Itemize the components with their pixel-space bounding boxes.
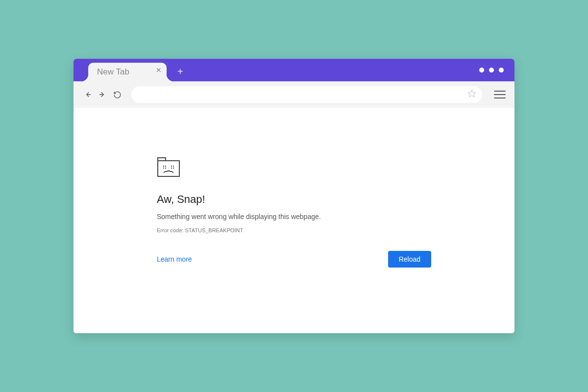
svg-rect-6 <box>165 166 166 167</box>
svg-rect-4 <box>158 158 166 161</box>
svg-rect-12 <box>173 168 174 169</box>
back-button[interactable] <box>82 89 93 100</box>
svg-rect-7 <box>163 168 164 169</box>
sad-folder-icon <box>157 157 431 179</box>
hamburger-menu-icon[interactable] <box>494 89 506 100</box>
error-code: Error code: STATUS_BREAKPOINT <box>157 227 431 233</box>
error-title: Aw, Snap! <box>157 193 431 206</box>
tab-title: New Tab <box>97 67 129 77</box>
learn-more-link[interactable]: Learn more <box>157 255 192 263</box>
window-control-dot[interactable] <box>499 68 504 73</box>
reload-icon[interactable] <box>112 89 122 100</box>
window-control-dot[interactable] <box>479 68 484 73</box>
svg-rect-3 <box>158 161 179 176</box>
svg-rect-8 <box>165 168 166 169</box>
window-control-dot[interactable] <box>489 68 494 73</box>
svg-rect-10 <box>173 166 174 167</box>
address-bar[interactable] <box>131 86 482 103</box>
error-actions: Learn more Reload <box>157 251 431 268</box>
page-content: Aw, Snap! Something went wrong while dis… <box>74 108 514 333</box>
bookmark-star-icon[interactable] <box>467 89 476 100</box>
forward-button[interactable] <box>97 89 108 100</box>
error-message: Something went wrong while displaying th… <box>157 213 431 220</box>
svg-rect-9 <box>171 166 172 167</box>
titlebar: New Tab ✕ + <box>74 59 514 81</box>
svg-marker-2 <box>468 90 476 97</box>
window-controls <box>479 68 504 73</box>
toolbar <box>74 81 514 108</box>
reload-button[interactable]: Reload <box>388 251 431 268</box>
close-icon[interactable]: ✕ <box>156 67 162 74</box>
svg-rect-5 <box>163 166 164 167</box>
new-tab-button[interactable]: + <box>177 67 183 76</box>
browser-window: New Tab ✕ + <box>74 59 514 333</box>
svg-rect-11 <box>171 168 172 169</box>
browser-tab[interactable]: New Tab ✕ <box>88 63 167 81</box>
